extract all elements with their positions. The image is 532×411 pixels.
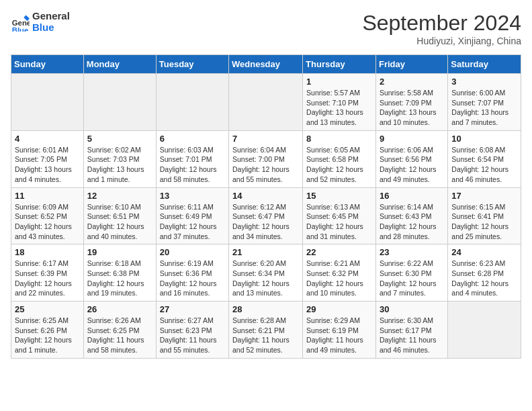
calendar-cell: 19Sunrise: 6:18 AM Sunset: 6:38 PM Dayli… <box>83 244 156 302</box>
calendar-body: 1Sunrise: 5:57 AM Sunset: 7:10 PM Daylig… <box>11 74 521 359</box>
day-number: 29 <box>306 304 372 314</box>
day-detail: Sunrise: 6:12 AM Sunset: 6:47 PM Dayligh… <box>232 202 299 242</box>
calendar-week-2: 4Sunrise: 6:01 AM Sunset: 7:05 PM Daylig… <box>11 130 521 187</box>
calendar-cell: 7Sunrise: 6:04 AM Sunset: 7:00 PM Daylig… <box>229 130 303 187</box>
calendar-cell: 23Sunrise: 6:22 AM Sunset: 6:30 PM Dayli… <box>375 244 447 302</box>
day-number: 2 <box>380 77 444 87</box>
location-subtitle: Hudiyuzi, Xinjiang, China <box>362 36 521 46</box>
day-number: 15 <box>306 191 372 201</box>
day-detail: Sunrise: 6:03 AM Sunset: 7:01 PM Dayligh… <box>160 145 225 185</box>
day-number: 6 <box>160 134 225 144</box>
calendar-cell: 16Sunrise: 6:14 AM Sunset: 6:43 PM Dayli… <box>375 187 447 244</box>
calendar-cell: 14Sunrise: 6:12 AM Sunset: 6:47 PM Dayli… <box>229 187 303 244</box>
calendar-week-4: 18Sunrise: 6:17 AM Sunset: 6:39 PM Dayli… <box>11 244 521 302</box>
day-number: 13 <box>160 191 225 201</box>
day-header-thursday: Thursday <box>303 55 376 74</box>
day-number: 5 <box>87 134 152 144</box>
day-detail: Sunrise: 6:21 AM Sunset: 6:32 PM Dayligh… <box>306 259 372 298</box>
day-detail: Sunrise: 5:58 AM Sunset: 7:09 PM Dayligh… <box>380 88 444 128</box>
calendar-cell <box>448 302 521 359</box>
day-detail: Sunrise: 6:30 AM Sunset: 6:17 PM Dayligh… <box>380 316 444 355</box>
day-number: 16 <box>380 191 444 201</box>
day-header-monday: Monday <box>83 55 156 74</box>
day-detail: Sunrise: 6:20 AM Sunset: 6:34 PM Dayligh… <box>232 259 299 298</box>
day-detail: Sunrise: 6:25 AM Sunset: 6:26 PM Dayligh… <box>15 316 80 355</box>
day-number: 23 <box>380 247 444 257</box>
calendar-cell <box>229 74 303 131</box>
calendar-cell: 8Sunrise: 6:05 AM Sunset: 6:58 PM Daylig… <box>303 130 376 187</box>
calendar-table: SundayMondayTuesdayWednesdayThursdayFrid… <box>11 54 521 359</box>
calendar-cell: 25Sunrise: 6:25 AM Sunset: 6:26 PM Dayli… <box>11 302 84 359</box>
day-detail: Sunrise: 6:14 AM Sunset: 6:43 PM Dayligh… <box>380 202 444 242</box>
calendar-cell: 29Sunrise: 6:29 AM Sunset: 6:19 PM Dayli… <box>303 302 376 359</box>
day-number: 19 <box>87 247 152 257</box>
day-header-friday: Friday <box>375 55 447 74</box>
day-number: 22 <box>306 247 372 257</box>
day-number: 24 <box>451 247 517 257</box>
day-detail: Sunrise: 6:04 AM Sunset: 7:00 PM Dayligh… <box>232 145 299 185</box>
day-detail: Sunrise: 6:13 AM Sunset: 6:45 PM Dayligh… <box>306 202 372 242</box>
day-number: 27 <box>160 304 225 314</box>
calendar-cell: 15Sunrise: 6:13 AM Sunset: 6:45 PM Dayli… <box>303 187 376 244</box>
day-header-tuesday: Tuesday <box>156 55 228 74</box>
day-detail: Sunrise: 5:57 AM Sunset: 7:10 PM Dayligh… <box>306 88 372 128</box>
calendar-cell: 18Sunrise: 6:17 AM Sunset: 6:39 PM Dayli… <box>11 244 84 302</box>
day-number: 4 <box>15 134 80 144</box>
logo-line2: Blue <box>32 22 70 34</box>
day-detail: Sunrise: 6:23 AM Sunset: 6:28 PM Dayligh… <box>451 259 517 298</box>
day-detail: Sunrise: 6:18 AM Sunset: 6:38 PM Dayligh… <box>87 259 152 298</box>
day-detail: Sunrise: 6:29 AM Sunset: 6:19 PM Dayligh… <box>306 316 372 355</box>
day-detail: Sunrise: 6:00 AM Sunset: 7:07 PM Dayligh… <box>451 88 517 128</box>
day-number: 7 <box>232 134 299 144</box>
day-number: 10 <box>451 134 517 144</box>
day-number: 8 <box>306 134 372 144</box>
calendar-cell: 12Sunrise: 6:10 AM Sunset: 6:51 PM Dayli… <box>83 187 156 244</box>
day-detail: Sunrise: 6:17 AM Sunset: 6:39 PM Dayligh… <box>15 259 80 298</box>
day-number: 21 <box>232 247 299 257</box>
calendar-cell: 11Sunrise: 6:09 AM Sunset: 6:52 PM Dayli… <box>11 187 84 244</box>
day-header-sunday: Sunday <box>11 55 84 74</box>
day-detail: Sunrise: 6:10 AM Sunset: 6:51 PM Dayligh… <box>87 202 152 242</box>
day-number: 25 <box>15 304 80 314</box>
calendar-week-3: 11Sunrise: 6:09 AM Sunset: 6:52 PM Dayli… <box>11 187 521 244</box>
day-number: 3 <box>451 77 517 87</box>
logo-line1: General <box>32 11 70 22</box>
month-title: September 2024 <box>362 11 521 36</box>
calendar-cell: 9Sunrise: 6:06 AM Sunset: 6:56 PM Daylig… <box>375 130 447 187</box>
calendar-week-1: 1Sunrise: 5:57 AM Sunset: 7:10 PM Daylig… <box>11 74 521 131</box>
calendar-week-5: 25Sunrise: 6:25 AM Sunset: 6:26 PM Dayli… <box>11 302 521 359</box>
day-detail: Sunrise: 6:02 AM Sunset: 7:03 PM Dayligh… <box>87 145 152 185</box>
day-detail: Sunrise: 6:28 AM Sunset: 6:21 PM Dayligh… <box>232 316 299 355</box>
day-detail: Sunrise: 6:15 AM Sunset: 6:41 PM Dayligh… <box>451 202 517 242</box>
calendar-header: SundayMondayTuesdayWednesdayThursdayFrid… <box>11 55 521 74</box>
day-detail: Sunrise: 6:06 AM Sunset: 6:56 PM Dayligh… <box>380 145 444 185</box>
day-number: 28 <box>232 304 299 314</box>
day-number: 11 <box>15 191 80 201</box>
day-header-wednesday: Wednesday <box>229 55 303 74</box>
logo-icon: General Blue <box>11 13 30 32</box>
day-number: 9 <box>380 134 444 144</box>
page-header: General Blue General Blue September 2024… <box>11 11 521 46</box>
title-block: September 2024 Hudiyuzi, Xinjiang, China <box>362 11 521 46</box>
day-number: 20 <box>160 247 225 257</box>
calendar-cell: 22Sunrise: 6:21 AM Sunset: 6:32 PM Dayli… <box>303 244 376 302</box>
day-header-saturday: Saturday <box>448 55 521 74</box>
calendar-cell <box>83 74 156 131</box>
day-detail: Sunrise: 6:27 AM Sunset: 6:23 PM Dayligh… <box>160 316 225 355</box>
calendar-cell <box>156 74 228 131</box>
calendar-cell: 21Sunrise: 6:20 AM Sunset: 6:34 PM Dayli… <box>229 244 303 302</box>
calendar-cell: 1Sunrise: 5:57 AM Sunset: 7:10 PM Daylig… <box>303 74 376 131</box>
day-detail: Sunrise: 6:19 AM Sunset: 6:36 PM Dayligh… <box>160 259 225 298</box>
day-number: 1 <box>306 77 372 87</box>
calendar-cell: 28Sunrise: 6:28 AM Sunset: 6:21 PM Dayli… <box>229 302 303 359</box>
day-detail: Sunrise: 6:22 AM Sunset: 6:30 PM Dayligh… <box>380 259 444 298</box>
day-number: 17 <box>451 191 517 201</box>
calendar-cell: 24Sunrise: 6:23 AM Sunset: 6:28 PM Dayli… <box>448 244 521 302</box>
calendar-cell: 13Sunrise: 6:11 AM Sunset: 6:49 PM Dayli… <box>156 187 228 244</box>
calendar-cell: 3Sunrise: 6:00 AM Sunset: 7:07 PM Daylig… <box>448 74 521 131</box>
day-number: 26 <box>87 304 152 314</box>
calendar-cell: 6Sunrise: 6:03 AM Sunset: 7:01 PM Daylig… <box>156 130 228 187</box>
calendar-cell: 10Sunrise: 6:08 AM Sunset: 6:54 PM Dayli… <box>448 130 521 187</box>
day-detail: Sunrise: 6:05 AM Sunset: 6:58 PM Dayligh… <box>306 145 372 185</box>
calendar-cell: 4Sunrise: 6:01 AM Sunset: 7:05 PM Daylig… <box>11 130 84 187</box>
